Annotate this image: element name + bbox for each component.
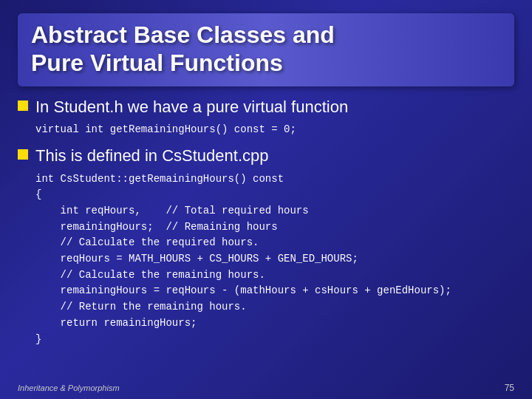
code-line-8: // Return the remaining hours. (35, 299, 514, 316)
code-line-7: remainingHours = reqHours - (mathHours +… (35, 283, 514, 299)
slide-title-line2: Pure Virtual Functions (31, 49, 501, 77)
title-block: Abstract Base Classes and Pure Virtual F… (18, 13, 514, 86)
code-line-3: remainingHours; // Remaining hours (35, 219, 514, 236)
footer-label: Inheritance & Polymorphism (18, 383, 120, 392)
code-block-1: virtual int getRemainingHours() const = … (35, 122, 514, 138)
code-line-virtual: virtual int getRemainingHours() const = … (35, 122, 514, 138)
bullet-section-2: This is defined in CsStudent.cpp int CsS… (18, 146, 514, 347)
bullet-section-1: In Student.h we have a pure virtual func… (18, 97, 514, 138)
bullet-line-1: In Student.h we have a pure virtual func… (18, 97, 514, 118)
bullet-square-1 (18, 100, 28, 111)
bullet-text-2: This is defined in CsStudent.cpp (35, 146, 269, 167)
footer-page: 75 (505, 383, 514, 393)
code-line-4: // Calculate the required hours. (35, 235, 514, 251)
code-line-6: // Calculate the remaining hours. (35, 267, 514, 284)
slide: Abstract Base Classes and Pure Virtual F… (0, 0, 532, 399)
code-line-9: return remainingHours; (35, 316, 514, 332)
code-line-0: int CsStudent::getRemainingHours() const (35, 171, 514, 188)
code-line-10: } (35, 332, 514, 348)
slide-title-line1: Abstract Base Classes and (31, 21, 501, 49)
code-block-2: int CsStudent::getRemainingHours() const… (35, 171, 514, 348)
bullet-square-2 (18, 149, 28, 160)
code-line-2: int reqHours, // Total required hours (35, 203, 514, 219)
bullet-line-2: This is defined in CsStudent.cpp (18, 146, 514, 167)
bullet-text-1: In Student.h we have a pure virtual func… (35, 97, 348, 118)
code-line-1: { (35, 187, 514, 203)
code-line-5: reqHours = MATH_HOURS + CS_HOURS + GEN_E… (35, 251, 514, 267)
footer: Inheritance & Polymorphism 75 (18, 383, 514, 393)
